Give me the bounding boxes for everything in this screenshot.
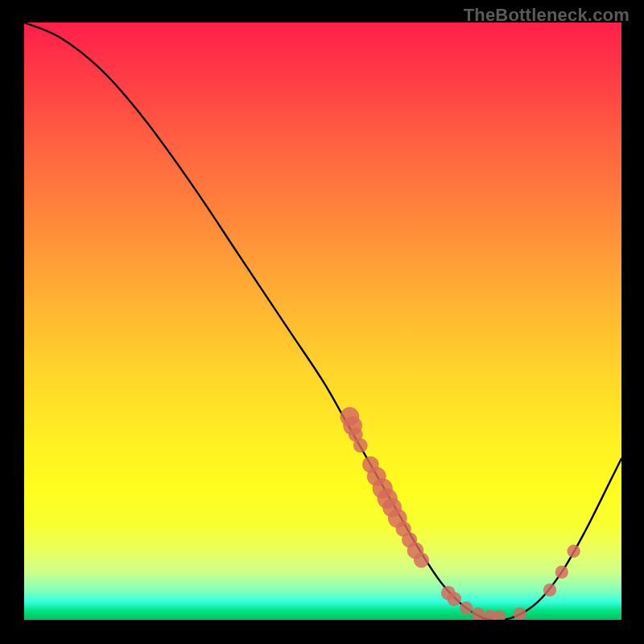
data-point [353, 438, 368, 452]
data-points [341, 407, 580, 620]
data-point [543, 584, 556, 597]
curve-chart [24, 23, 621, 620]
data-point [514, 607, 526, 620]
data-point [414, 552, 429, 568]
bottleneck-curve [24, 23, 621, 620]
chart-frame: TheBottleneck.com [0, 0, 644, 644]
data-point [447, 592, 461, 606]
data-point [472, 607, 485, 620]
data-point [555, 565, 568, 578]
gradient-plot-area [24, 23, 621, 620]
data-point [460, 601, 473, 614]
data-point [567, 545, 580, 558]
